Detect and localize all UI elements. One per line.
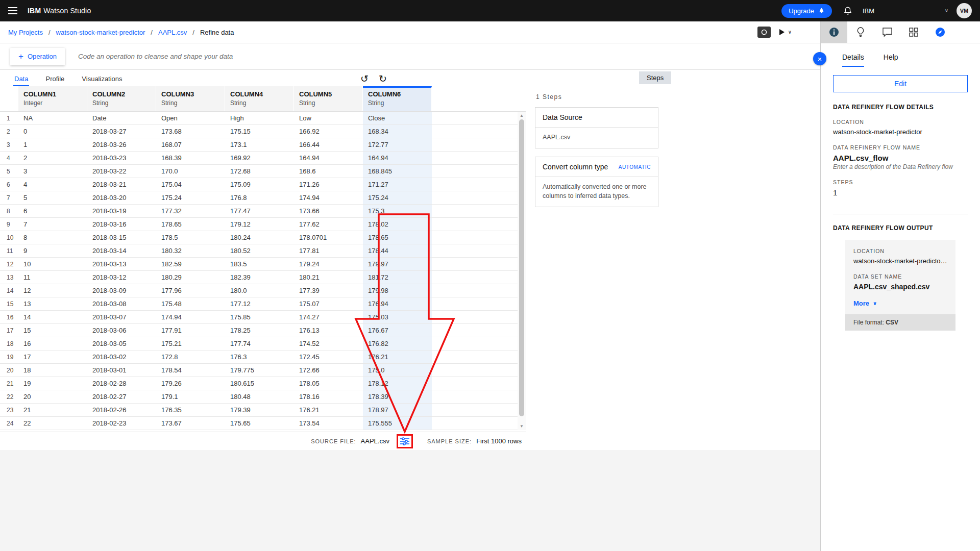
grid-icon[interactable] [900,21,927,43]
info-icon[interactable] [821,21,847,43]
table-cell: 20 [18,390,87,403]
table-cell: 166.44 [294,138,363,151]
hamburger-menu-icon[interactable] [8,7,18,14]
lightbulb-icon[interactable] [847,21,874,43]
tab-help[interactable]: Help [884,53,898,67]
flow-output-section: DATA REFINERY FLOW OUTPUT LOCATION watso… [821,216,980,331]
column-header-column4[interactable]: COLUMN4String [225,86,294,111]
table-cell: 175.07 [294,297,363,310]
table-cell: 178.05 [294,377,363,390]
table-cell: 179.97 [363,258,432,270]
comments-icon[interactable] [874,21,900,43]
row-number: 24 [0,417,18,430]
redo-icon[interactable]: ↻ [379,74,387,84]
table-row: 642018-03-21175.04175.09171.26171.27 [0,178,526,191]
table-cell: 179.775 [225,364,294,377]
compass-icon[interactable] [927,21,953,43]
play-icon [779,29,785,36]
avatar-initials: VM [960,8,969,14]
tab-profile[interactable]: Profile [44,75,65,86]
row-number: 23 [0,404,18,416]
sample-settings-button[interactable] [397,434,413,448]
edit-button[interactable]: Edit [833,75,968,92]
column-type: String [161,99,225,107]
table-cell: 173.66 [294,205,363,217]
table-cell: 179.1 [156,390,225,403]
more-link[interactable]: More ∨ [853,299,947,307]
column-header-column3[interactable]: COLUMN3String [156,86,225,111]
column-header-column2[interactable]: COLUMN2String [87,86,156,111]
column-header-column1[interactable]: COLUMN1Integer [18,86,87,111]
table-cell: 179.98 [363,284,432,297]
table-cell: 3 [18,165,87,178]
table-cell: Close [363,112,432,124]
notifications-bell-icon[interactable] [843,6,852,15]
row-number: 20 [0,364,18,377]
table-cell: 176.8 [225,191,294,204]
steps-card-list: Data SourceAAPL.csvConvert column typeAU… [535,107,658,207]
add-operation-button[interactable]: + Operation [10,48,65,65]
table-cell: 175.555 [363,417,432,430]
row-number: 9 [0,218,18,231]
breadcrumb-item: Refine data [200,29,234,36]
step-card[interactable]: Data SourceAAPL.csv [535,107,658,148]
table-cell: 180.48 [225,390,294,403]
file-format-label: File format: [853,319,884,326]
breadcrumb-separator: / [192,29,194,36]
avatar[interactable]: VM [957,3,972,18]
tab-data[interactable]: Data [13,75,29,86]
column-header-column5[interactable]: COLUMN5String [294,86,363,111]
panel-icon-strip [821,21,980,43]
table-cell: 6 [18,205,87,217]
table-cell: 180.21 [294,271,363,284]
row-number: 4 [0,152,18,164]
operation-input[interactable] [78,43,810,69]
table-cell: 180.29 [156,271,225,284]
flow-description-placeholder[interactable]: Enter a description of the Data Refinery… [833,163,968,170]
column-name: COLUMN2 [92,90,156,98]
account-switcher[interactable]: IBM ∨ [863,7,948,15]
work-area: COLUMN1IntegerCOLUMN2StringCOLUMN3String… [0,86,820,450]
table-cell: 168.6 [294,165,363,178]
main-column: My Projects/watson-stock-market-predicto… [0,21,820,551]
tab-details[interactable]: Details [842,53,864,67]
breadcrumb-item[interactable]: AAPL.csv [158,29,187,36]
table-cell: 174.94 [156,311,225,323]
source-file-value: AAPL.csv [361,437,389,445]
column-header-column6[interactable]: COLUMN6String [363,86,432,111]
run-job-button[interactable]: ∨ [779,29,792,36]
breadcrumb-item[interactable]: watson-stock-market-predictor [56,29,145,36]
table-cell: 180.0 [225,284,294,297]
panel-divider [833,214,968,214]
vertical-scrollbar[interactable]: ▲ ▼ [518,112,526,430]
scroll-up-icon[interactable]: ▲ [518,113,526,118]
table-cell: 171.26 [294,178,363,191]
table-cell: 177.47 [225,205,294,217]
table-cell: 11 [18,271,87,284]
flow-name-value: AAPL.csv_flow [833,154,968,162]
table-cell: 168.39 [156,152,225,164]
table-cell: 2 [18,152,87,164]
table-cell: 169.92 [225,152,294,164]
table-cell: 2018-03-21 [87,178,156,191]
table-cell: 2018-03-02 [87,350,156,363]
upgrade-button[interactable]: Upgrade [781,4,832,18]
breadcrumb-item[interactable]: My Projects [8,29,43,36]
tab-visualizations[interactable]: Visualizations [81,75,123,86]
step-card[interactable]: Convert column typeAUTOMATICAutomaticall… [535,157,658,207]
table-cell: 177.74 [225,337,294,350]
steps-toggle-button[interactable]: Steps [639,71,671,84]
location-value: watson-stock-market-predictor [833,128,968,136]
table-cell: 15 [18,324,87,337]
table-row: 1NADateOpenHighLowClose [0,112,526,125]
undo-icon[interactable]: ↺ [360,74,369,84]
snapshot-button[interactable] [757,27,771,38]
refine-content: + Operation Data Profile Visualizations … [0,43,820,450]
scroll-down-icon[interactable]: ▼ [518,424,526,429]
table-cell: 2018-03-27 [87,125,156,138]
table-cell: 178.5 [156,231,225,244]
close-panel-button[interactable]: × [813,52,826,65]
scrollbar-thumb[interactable] [519,119,524,416]
table-cell: 176.3 [225,350,294,363]
table-cell: 5 [18,191,87,204]
